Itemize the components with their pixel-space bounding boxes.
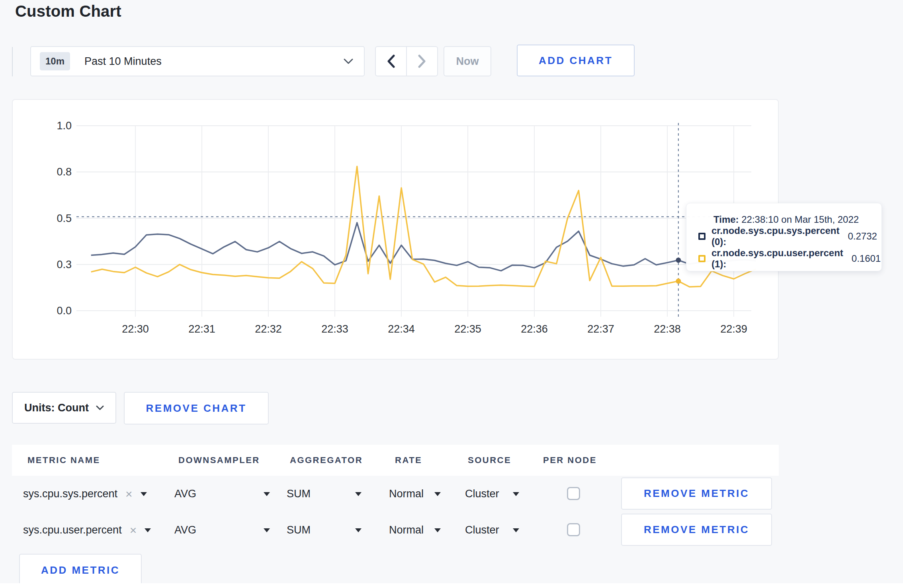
svg-text:1.0: 1.0	[57, 120, 72, 132]
remove-metric-button[interactable]: REMOVE METRIC	[621, 514, 772, 546]
footer-strip	[0, 583, 903, 588]
prev-range-button[interactable]	[376, 47, 407, 76]
downsampler-value: AVG	[174, 524, 196, 536]
column-header-per-node: PER NODE	[543, 455, 597, 465]
aggregator-value: SUM	[287, 488, 311, 500]
caret-down-icon	[355, 528, 362, 532]
caret-down-icon	[355, 492, 362, 496]
chevron-down-icon	[96, 405, 104, 411]
line-chart[interactable]: 0.00.30.50.81.022:3022:3122:3222:3322:34…	[13, 100, 780, 360]
svg-text:22:36: 22:36	[521, 323, 548, 335]
svg-text:22:35: 22:35	[454, 323, 481, 335]
now-button[interactable]: Now	[444, 46, 491, 76]
page-title: Custom Chart	[15, 2, 121, 20]
timeframe-label: Past 10 Minutes	[84, 55, 162, 68]
chevron-left-icon	[387, 55, 395, 68]
add-metric-button[interactable]: ADD METRIC	[19, 554, 142, 587]
metric-name-select[interactable]: sys.cpu.user.percent ×	[23, 512, 151, 548]
column-header-downsampler: DOWNSAMPLER	[178, 455, 260, 465]
svg-text:0.8: 0.8	[57, 166, 72, 178]
time-range-arrows	[375, 46, 438, 76]
remove-chart-button[interactable]: REMOVE CHART	[124, 392, 269, 424]
tooltip-series-row: cr.node.sys.cpu.user.percent (1): 0.1601	[698, 247, 874, 270]
caret-down-icon	[434, 492, 441, 496]
svg-text:22:39: 22:39	[720, 323, 747, 335]
clear-metric-icon[interactable]: ×	[125, 487, 133, 501]
series-swatch-user	[698, 255, 706, 262]
aggregator-value: SUM	[287, 524, 311, 536]
tooltip-series-value: 0.2732	[848, 231, 877, 242]
per-node-checkbox[interactable]	[567, 523, 580, 536]
metric-row: sys.cpu.sys.percent × AVG SUM Normal Clu…	[12, 476, 779, 512]
remove-metric-button[interactable]: REMOVE METRIC	[621, 477, 772, 510]
caret-down-icon	[141, 492, 147, 496]
tooltip-series-value: 0.1601	[852, 253, 881, 264]
tooltip-time: Time: 22:38:10 on Mar 15th, 2022	[713, 214, 874, 225]
source-select[interactable]: Cluster	[465, 476, 519, 512]
rate-value: Normal	[389, 524, 424, 536]
caret-down-icon	[145, 528, 151, 532]
column-header-aggregator: AGGREGATOR	[290, 455, 363, 465]
units-label: Units: Count	[24, 402, 89, 414]
metric-name-value: sys.cpu.sys.percent	[23, 488, 117, 500]
svg-text:0.0: 0.0	[57, 305, 72, 317]
caret-down-icon	[434, 528, 441, 532]
source-value: Cluster	[465, 488, 499, 500]
downsampler-select[interactable]: AVG	[174, 512, 270, 548]
source-select[interactable]: Cluster	[465, 512, 519, 548]
svg-text:22:33: 22:33	[321, 323, 348, 335]
chevron-down-icon	[343, 58, 354, 64]
rate-select[interactable]: Normal	[389, 476, 441, 512]
metric-name-value: sys.cpu.user.percent	[23, 524, 122, 536]
units-select[interactable]: Units: Count	[12, 392, 116, 424]
column-header-metric-name: METRIC NAME	[27, 455, 100, 465]
timeframe-select[interactable]: 10m Past 10 Minutes	[30, 46, 365, 76]
crosshair-tooltip: Time: 22:38:10 on Mar 15th, 2022 cr.node…	[686, 203, 882, 271]
column-header-source: SOURCE	[468, 455, 511, 465]
chart-card: 0.00.30.50.81.022:3022:3122:3222:3322:34…	[12, 99, 779, 360]
metrics-table-header: METRIC NAME DOWNSAMPLER AGGREGATOR RATE …	[12, 445, 779, 476]
tooltip-series-row: cr.node.sys.cpu.sys.percent (0): 0.2732	[698, 225, 874, 247]
downsampler-select[interactable]: AVG	[174, 476, 270, 512]
tooltip-series-label: cr.node.sys.cpu.sys.percent (0):	[711, 225, 839, 247]
metric-row: sys.cpu.user.percent × AVG SUM Normal Cl…	[12, 512, 779, 548]
caret-down-icon	[264, 492, 270, 496]
metrics-table: METRIC NAME DOWNSAMPLER AGGREGATOR RATE …	[12, 445, 779, 548]
toolbar-divider	[12, 47, 13, 76]
metric-name-select[interactable]: sys.cpu.sys.percent ×	[23, 476, 147, 512]
svg-text:22:30: 22:30	[122, 323, 149, 335]
tooltip-time-label: Time:	[713, 214, 739, 225]
rate-select[interactable]: Normal	[389, 512, 441, 548]
column-header-rate: RATE	[395, 455, 422, 465]
svg-text:22:38: 22:38	[654, 323, 681, 335]
chevron-right-icon	[418, 55, 426, 68]
tooltip-series-label: cr.node.sys.cpu.user.percent (1):	[711, 247, 843, 270]
next-range-button[interactable]	[407, 47, 437, 76]
tooltip-time-value: 22:38:10 on Mar 15th, 2022	[741, 214, 859, 225]
caret-down-icon	[513, 528, 519, 532]
svg-text:0.3: 0.3	[57, 259, 72, 271]
source-value: Cluster	[465, 524, 499, 536]
aggregator-select[interactable]: SUM	[287, 476, 362, 512]
svg-text:22:32: 22:32	[255, 323, 282, 335]
svg-text:22:34: 22:34	[388, 323, 415, 335]
svg-text:22:31: 22:31	[188, 323, 215, 335]
caret-down-icon	[513, 492, 519, 496]
per-node-checkbox[interactable]	[567, 487, 580, 500]
svg-text:22:37: 22:37	[587, 323, 614, 335]
add-chart-button[interactable]: ADD CHART	[517, 45, 635, 76]
timeframe-badge: 10m	[40, 52, 70, 70]
caret-down-icon	[264, 528, 270, 532]
series-swatch-sys	[698, 233, 706, 240]
rate-value: Normal	[389, 488, 424, 500]
clear-metric-icon[interactable]: ×	[130, 524, 137, 537]
svg-text:0.5: 0.5	[57, 212, 72, 224]
aggregator-select[interactable]: SUM	[287, 512, 362, 548]
downsampler-value: AVG	[174, 488, 196, 500]
